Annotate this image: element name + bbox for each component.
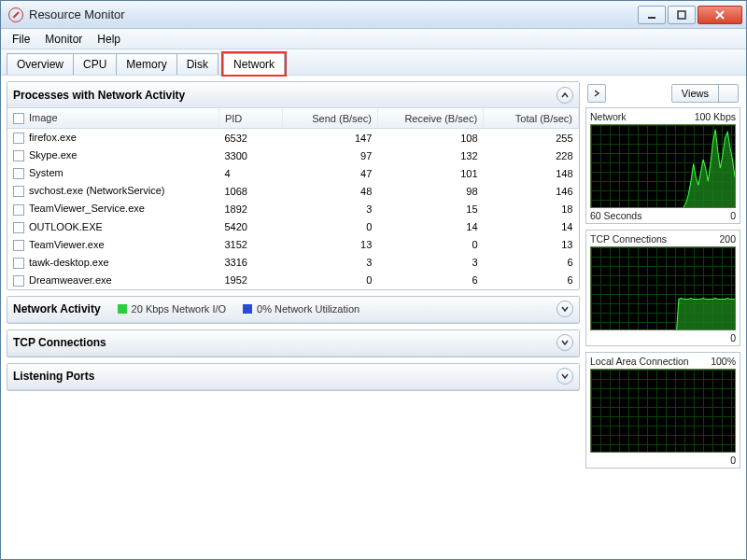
table-row[interactable]: Skype.exe 3300 97 132 228: [7, 147, 579, 164]
cell-total: 6: [484, 254, 579, 272]
window-title: Resource Monitor: [29, 7, 638, 21]
col-total[interactable]: Total (B/sec): [484, 108, 579, 129]
graph-min: 0: [730, 455, 736, 466]
graph-min: 0: [730, 332, 736, 343]
menu-help[interactable]: Help: [92, 31, 126, 48]
row-checkbox[interactable]: [13, 258, 24, 269]
panel-tcp: TCP Connections: [7, 329, 580, 357]
col-send[interactable]: Send (B/sec): [282, 108, 377, 129]
cell-pid: 1892: [218, 200, 282, 217]
expand-icon[interactable]: [557, 368, 573, 385]
expand-icon[interactable]: [557, 334, 573, 351]
panel-network-activity: Network Activity 20 Kbps Network I/O 0% …: [7, 296, 580, 324]
right-column: Views Network100 Kbps 60 Seconds0 TCP Co…: [585, 81, 740, 553]
graph-title: Network: [590, 111, 627, 122]
collapse-right-button[interactable]: [587, 84, 606, 103]
cell-receive: 14: [377, 218, 483, 236]
right-toolbar: Views: [585, 81, 740, 105]
cell-receive: 0: [377, 236, 483, 254]
maximize-button[interactable]: [668, 6, 696, 24]
svg-rect-1: [678, 11, 685, 19]
row-checkbox[interactable]: [13, 240, 24, 251]
table-row[interactable]: tawk-desktop.exe 3316 3 3 6: [7, 254, 579, 272]
panel-listening-header[interactable]: Listening Ports: [7, 364, 579, 390]
util-color-icon: [243, 304, 252, 314]
graph-xlabel: 60 Seconds: [590, 210, 641, 221]
table-row[interactable]: svchost.exe (NetworkService) 1068 48 98 …: [7, 182, 579, 200]
cell-send: 48: [282, 182, 377, 200]
row-checkbox[interactable]: [13, 150, 24, 161]
views-label: Views: [672, 88, 718, 99]
io-color-icon: [118, 304, 127, 314]
col-image[interactable]: Image: [29, 112, 58, 123]
panel-tcp-title: TCP Connections: [13, 336, 106, 349]
cell-pid: 1952: [218, 272, 282, 289]
titlebar[interactable]: Resource Monitor: [1, 1, 746, 29]
graph-canvas: [590, 246, 736, 330]
table-row[interactable]: Dreamweaver.exe 1952 0 6 6: [7, 272, 579, 289]
left-column: Processes with Network Activity Image PI…: [7, 81, 580, 553]
row-checkbox[interactable]: [13, 222, 24, 233]
cell-image: Skype.exe: [29, 149, 77, 161]
panel-activity-title: Network Activity: [13, 302, 101, 315]
cell-image: System: [29, 167, 63, 178]
cell-receive: 3: [377, 254, 483, 272]
collapse-icon[interactable]: [557, 87, 573, 104]
col-pid[interactable]: PID: [218, 108, 282, 129]
row-checkbox[interactable]: [13, 168, 24, 179]
cell-pid: 3316: [218, 254, 282, 272]
tab-overview[interactable]: Overview: [7, 53, 74, 75]
panel-activity-header[interactable]: Network Activity 20 Kbps Network I/O 0% …: [7, 297, 579, 323]
table-row[interactable]: firefox.exe 6532 147 108 255: [7, 129, 579, 147]
processes-table-body[interactable]: Image PID Send (B/sec) Receive (B/sec) T…: [7, 108, 579, 289]
menu-file[interactable]: File: [7, 31, 35, 48]
menu-monitor[interactable]: Monitor: [39, 31, 88, 48]
table-row[interactable]: TeamViewer.exe 3152 13 0 13: [7, 236, 579, 254]
processes-table: Image PID Send (B/sec) Receive (B/sec) T…: [7, 108, 579, 289]
table-row[interactable]: OUTLOOK.EXE 5420 0 14 14: [7, 218, 579, 236]
cell-pid: 6532: [218, 129, 282, 147]
expand-icon[interactable]: [557, 301, 573, 317]
tab-cpu[interactable]: CPU: [73, 53, 117, 75]
cell-image: OUTLOOK.EXE: [29, 221, 103, 232]
empty-space: [7, 397, 580, 553]
cell-send: 0: [282, 218, 377, 236]
panel-tcp-header[interactable]: TCP Connections: [7, 330, 579, 357]
panel-processes: Processes with Network Activity Image PI…: [7, 81, 580, 290]
cell-total: 146: [484, 182, 579, 200]
select-all-checkbox[interactable]: [13, 113, 24, 124]
cell-image: svchost.exe (NetworkService): [29, 185, 165, 196]
close-button[interactable]: [698, 6, 742, 24]
cell-send: 3: [282, 254, 377, 272]
row-checkbox[interactable]: [13, 133, 24, 144]
minimize-button[interactable]: [638, 6, 666, 24]
graph-max: 200: [719, 233, 736, 245]
chevron-down-icon: [718, 85, 738, 102]
cell-image: Dreamweaver.exe: [29, 274, 112, 286]
tab-network[interactable]: Network: [223, 53, 285, 75]
cell-send: 47: [282, 164, 377, 182]
views-button[interactable]: Views: [671, 84, 739, 103]
graph-canvas: [590, 369, 736, 453]
cell-pid: 3152: [218, 236, 282, 254]
graph-max: 100%: [711, 356, 736, 367]
cell-receive: 101: [377, 164, 483, 182]
table-row[interactable]: System 4 47 101 148: [7, 164, 579, 182]
cell-send: 0: [282, 272, 377, 289]
panel-listening-title: Listening Ports: [13, 370, 94, 383]
graph-title: Local Area Connection: [590, 356, 689, 367]
tab-memory[interactable]: Memory: [116, 53, 176, 75]
row-checkbox[interactable]: [13, 275, 24, 287]
panel-processes-header[interactable]: Processes with Network Activity: [7, 82, 579, 108]
table-row[interactable]: TeamViewer_Service.exe 1892 3 15 18: [7, 200, 579, 217]
cell-receive: 15: [377, 200, 483, 217]
tab-disk[interactable]: Disk: [176, 53, 218, 75]
cell-receive: 132: [377, 147, 483, 164]
io-label: 20 Kbps Network I/O: [132, 303, 227, 315]
row-checkbox[interactable]: [13, 186, 24, 197]
util-label: 0% Network Utilization: [257, 303, 359, 315]
row-checkbox[interactable]: [13, 204, 24, 216]
graph-title: TCP Connections: [590, 233, 667, 245]
cell-pid: 3300: [218, 147, 282, 164]
col-receive[interactable]: Receive (B/sec): [377, 108, 483, 129]
